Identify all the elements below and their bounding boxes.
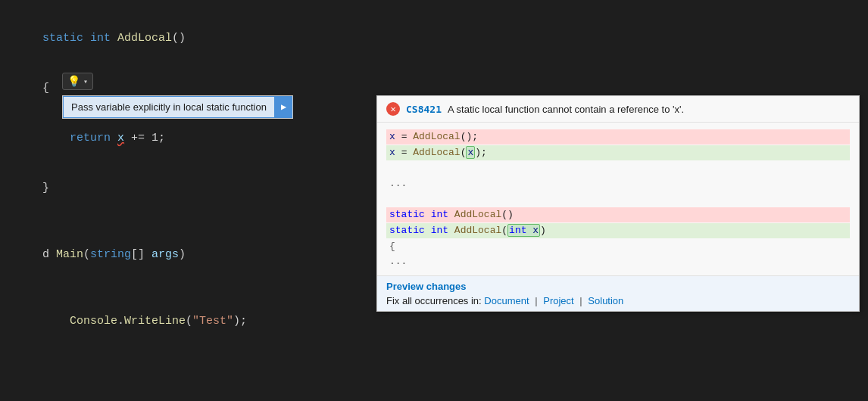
quickfix-menu: Pass variable explicitly in local static… bbox=[62, 95, 293, 119]
diff-line-added-2: static int AddLocal(int x) bbox=[386, 223, 850, 238]
diff-line-removed-2: static int AddLocal() bbox=[386, 207, 850, 222]
quickfix-expand-arrow: ▶ bbox=[281, 101, 286, 113]
quickfix-expand-button[interactable]: ▶ bbox=[275, 96, 292, 118]
quickfix-item[interactable]: Pass variable explicitly in local static… bbox=[63, 96, 275, 118]
error-icon: ✕ bbox=[386, 102, 400, 116]
diff-dots-1: ... bbox=[386, 176, 850, 191]
fix-all-line: Fix all occurrences in: Document | Proje… bbox=[386, 295, 850, 306]
diff-line-added-1: x = AddLocal(x); bbox=[386, 145, 850, 160]
fix-link-document[interactable]: Document bbox=[484, 295, 529, 306]
lightbulb-dropdown-arrow: ▾ bbox=[83, 77, 88, 86]
fix-all-prefix: Fix all occurrences in: bbox=[386, 295, 482, 306]
fix-link-solution[interactable]: Solution bbox=[588, 295, 623, 306]
lightbulb-icon: 💡 bbox=[67, 75, 80, 88]
preview-code-area: x = AddLocal(); x = AddLocal(x); ... sta… bbox=[377, 123, 859, 275]
error-message: A static local function cannot contain a… bbox=[448, 104, 684, 115]
diff-line-removed-1: x = AddLocal(); bbox=[386, 129, 850, 145]
preview-footer: Preview changes Fix all occurrences in: … bbox=[377, 275, 859, 311]
lightbulb-button[interactable]: 💡 ▾ bbox=[62, 73, 93, 90]
fix-link-project[interactable]: Project bbox=[543, 295, 573, 306]
diff-brace: { bbox=[386, 239, 850, 254]
preview-header: ✕ CS8421 A static local function cannot … bbox=[377, 96, 859, 123]
separator-2: | bbox=[579, 295, 582, 306]
error-code: CS8421 bbox=[406, 104, 442, 115]
quickfix-item-label: Pass variable explicitly in local static… bbox=[71, 101, 267, 113]
preview-panel: ✕ CS8421 A static local function cannot … bbox=[376, 95, 860, 312]
preview-changes-label[interactable]: Preview changes bbox=[386, 281, 850, 292]
diff-spacer-2 bbox=[386, 191, 850, 207]
diff-dots-2: ... bbox=[386, 254, 850, 269]
separator-1: | bbox=[535, 295, 537, 306]
lightbulb-widget: 💡 ▾ bbox=[62, 73, 93, 90]
code-line-1: static int AddLocal() bbox=[15, 14, 868, 64]
diff-spacer-1 bbox=[386, 161, 850, 176]
